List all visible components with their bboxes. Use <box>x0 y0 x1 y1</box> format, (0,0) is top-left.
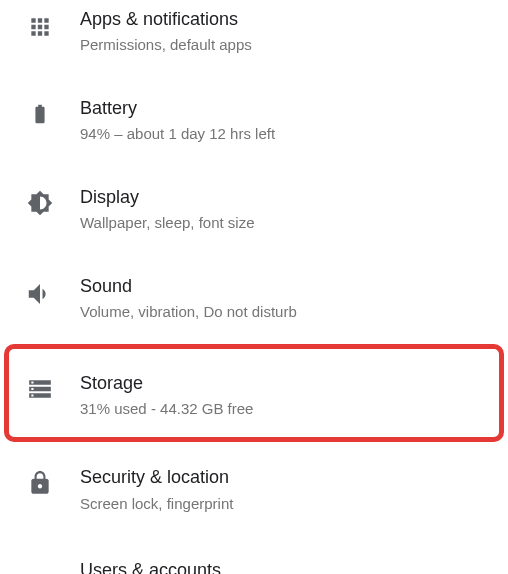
settings-item-text: Display Wallpaper, sleep, font size <box>80 186 508 233</box>
settings-list: Apps & notifications Permissions, defaul… <box>0 0 508 574</box>
sound-icon <box>0 275 80 309</box>
settings-item-apps[interactable]: Apps & notifications Permissions, defaul… <box>0 0 508 79</box>
settings-item-text: Security & location Screen lock, fingerp… <box>80 466 508 513</box>
settings-item-title: Security & location <box>80 466 508 489</box>
settings-item-text: Apps & notifications Permissions, defaul… <box>80 8 508 55</box>
settings-item-storage[interactable]: Storage 31% used - 44.32 GB free <box>0 346 508 453</box>
settings-item-security[interactable]: Security & location Screen lock, fingerp… <box>0 452 508 537</box>
settings-item-display[interactable]: Display Wallpaper, sleep, font size <box>0 168 508 257</box>
settings-item-subtitle: Wallpaper, sleep, font size <box>80 213 508 233</box>
settings-item-text: Battery 94% – about 1 day 12 hrs left <box>80 97 508 144</box>
settings-item-sound[interactable]: Sound Volume, vibration, Do not disturb <box>0 257 508 346</box>
settings-item-text: Storage 31% used - 44.32 GB free <box>80 372 508 419</box>
settings-item-title: Apps & notifications <box>80 8 508 31</box>
user-icon <box>0 559 80 563</box>
settings-item-subtitle: Volume, vibration, Do not disturb <box>80 302 508 322</box>
settings-item-users[interactable]: Users & accounts <box>0 537 508 574</box>
settings-item-title: Battery <box>80 97 508 120</box>
display-icon <box>0 186 80 216</box>
settings-item-subtitle: 31% used - 44.32 GB free <box>80 399 508 419</box>
settings-item-subtitle: Screen lock, fingerprint <box>80 494 508 514</box>
apps-icon <box>0 8 80 40</box>
settings-item-text: Sound Volume, vibration, Do not disturb <box>80 275 508 322</box>
settings-item-title: Storage <box>80 372 508 395</box>
lock-icon <box>0 466 80 496</box>
settings-item-text: Users & accounts <box>80 559 508 574</box>
settings-item-title: Display <box>80 186 508 209</box>
storage-icon <box>0 372 80 402</box>
settings-item-title: Users & accounts <box>80 559 508 574</box>
battery-icon <box>0 97 80 129</box>
settings-item-battery[interactable]: Battery 94% – about 1 day 12 hrs left <box>0 79 508 168</box>
settings-item-subtitle: 94% – about 1 day 12 hrs left <box>80 124 508 144</box>
settings-item-title: Sound <box>80 275 508 298</box>
settings-item-subtitle: Permissions, default apps <box>80 35 508 55</box>
